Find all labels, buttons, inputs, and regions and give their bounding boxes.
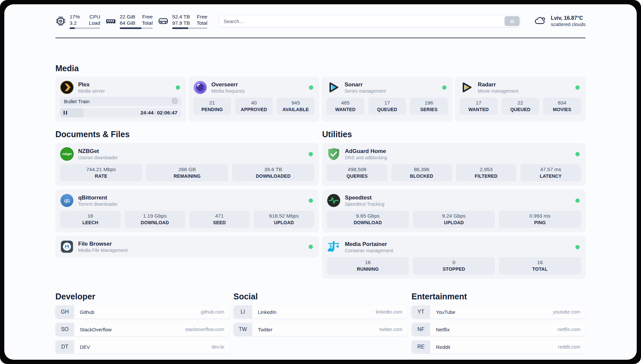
app-name: Sonarr — [345, 81, 438, 88]
section-title-developer: Developer — [55, 291, 229, 301]
search-engine-button[interactable]: G — [504, 16, 520, 26]
app-name: Media Portainer — [345, 241, 571, 248]
status-online-dot — [442, 85, 446, 90]
bookmark-url: reddit.com — [558, 344, 580, 349]
bookmark-abbr: RE — [412, 340, 430, 353]
stat-pending: 21 PENDING — [193, 98, 231, 115]
bookmark-abbr: YT — [412, 305, 430, 318]
bookmark-abbr: NF — [412, 323, 430, 336]
app-card-speedtest[interactable]: Speedtest Speedtest Tracking 9.65 Gbps D… — [322, 190, 586, 232]
stat-seed: 471 SEED — [189, 211, 250, 228]
bookmark-name: Twitter — [258, 327, 272, 332]
stat-rate: 744.21 Mbps RATE — [60, 164, 142, 181]
now-playing-row: Bullet Train — [60, 97, 181, 106]
stat-queries: 498,508 QUERIES — [327, 164, 387, 181]
stat-wanted: 485 WANTED — [326, 98, 364, 115]
memory-labels: FreeTotal — [142, 14, 153, 26]
radarr-icon — [460, 80, 473, 94]
adguard-icon — [327, 147, 341, 161]
now-playing-title: Bullet Train — [64, 99, 171, 105]
stat-leech: 16 LEECH — [60, 211, 121, 228]
bookmark-reddit[interactable]: RE Reddit reddit.com — [412, 340, 586, 353]
stat-movies: 834 MOVIES — [543, 98, 581, 115]
stat-available: 945 AVAILABLE — [277, 98, 315, 115]
app-card-filebrowser[interactable]: File Browser Media File Management — [55, 236, 319, 257]
app-description: Torrent downloader — [78, 201, 304, 207]
bookmark-linkedin[interactable]: LI LinkedIn linkedin.com — [233, 305, 408, 318]
app-name: qBittorrent — [78, 194, 304, 201]
bookmark-name: LinkedIn — [258, 309, 277, 315]
bookmark-url: youtube.com — [553, 309, 580, 315]
plex-icon — [60, 80, 74, 94]
cloud-icon — [534, 15, 546, 27]
stat-wanted: 17 WANTED — [460, 98, 498, 115]
now-playing-media-icon — [171, 98, 178, 106]
app-name: AdGuard Home — [345, 148, 571, 155]
section-title-media: Media — [55, 63, 586, 73]
search-input[interactable] — [219, 15, 521, 27]
dashboard-panel: 17%3.2 CPULoad — [4, 4, 637, 360]
stat-series: 196 SERIES — [410, 98, 448, 115]
bookmark-url: stackoverflow.com — [185, 327, 224, 332]
stat-total: 16 TOTAL — [499, 257, 581, 274]
memory-progress-bar — [120, 27, 153, 29]
app-card-portainer[interactable]: Media Portainer Container management 16 … — [322, 236, 586, 278]
stat-blocked: 86,396 BLOCKED — [391, 164, 452, 181]
bookmark-stackoverflow[interactable]: SO StackOverflow stackoverflow.com — [55, 323, 229, 336]
app-description: DNS and adblocking — [345, 155, 571, 161]
stat-upload: 618.52 Mbps UPLOAD — [254, 211, 314, 228]
stat-remaining: 266 GB REMAINING — [146, 164, 228, 181]
bookmark-group-entertainment: Entertainment YT YouTube youtube.com NF … — [412, 291, 586, 353]
cpu-values: 17%3.2 — [70, 14, 80, 26]
bookmark-name: Netflix — [436, 327, 450, 332]
app-card-qbittorrent[interactable]: qb qBittorrent Torrent downloader 16 LEE… — [55, 190, 319, 232]
app-name: File Browser — [78, 240, 304, 247]
stat-filtered: 2,953 FILTERED — [456, 164, 517, 181]
qbittorrent-icon: qb — [60, 194, 74, 207]
bookmark-dev[interactable]: DT DEV dev.to — [55, 340, 229, 353]
bookmark-url: github.com — [201, 309, 224, 315]
media-grid: Plex Media server Bullet Train 24:44/02:… — [55, 76, 586, 121]
disk-values: 52.4 TB97.9 TB — [172, 14, 190, 26]
status-online-dot — [575, 152, 580, 156]
playback-progress-bar: 24:44/02:06:47 — [60, 108, 181, 117]
status-online-dot — [309, 85, 313, 90]
stat-approved: 40 APPROVED — [235, 98, 273, 115]
documents-column: Documents & Files nzbget NZBGet Usenet d… — [55, 129, 319, 257]
weather-location-temp: Lviv, 16.87°C — [551, 15, 586, 21]
bookmark-netflix[interactable]: NF Netflix netflix.com — [412, 323, 586, 336]
bookmark-abbr: GH — [55, 305, 74, 318]
app-description: Movie management — [478, 88, 571, 94]
disk-icon — [158, 16, 168, 26]
stat-queued: 17 QUEUED — [368, 98, 406, 115]
bookmark-twitter[interactable]: TW Twitter twitter.com — [233, 323, 408, 336]
bookmark-github[interactable]: GH Github github.com — [55, 305, 229, 318]
search-bar: G — [219, 15, 521, 27]
filebrowser-icon — [60, 240, 74, 254]
nzbget-icon: nzbget — [60, 147, 74, 161]
app-card-radarr[interactable]: Radarr Movie management 17 WANTED 22 QUE… — [455, 76, 586, 121]
app-description: Container management — [345, 248, 571, 254]
portainer-icon — [327, 240, 341, 254]
app-card-adguard[interactable]: AdGuard Home DNS and adblocking 498,508 … — [322, 143, 586, 185]
app-description: Media File Management — [78, 247, 304, 253]
svg-text:qb: qb — [64, 198, 70, 203]
bookmark-name: YouTube — [436, 309, 455, 315]
disk-labels: FreeTotal — [197, 14, 207, 26]
memory-values: 22 GiB64 GiB — [120, 14, 135, 26]
bookmark-youtube[interactable]: YT YouTube youtube.com — [412, 305, 586, 318]
app-name: Overseerr — [211, 81, 305, 88]
app-card-overseerr[interactable]: Overseerr Media Requests 21 PENDING 40 A… — [189, 76, 319, 121]
app-card-sonarr[interactable]: Sonarr Series management 485 WANTED 17 Q… — [322, 76, 452, 121]
disk-progress-bar — [172, 27, 207, 29]
bookmark-group-social: Social LI LinkedIn linkedin.com TW Twitt… — [233, 291, 408, 336]
playback-time: 24:44/02:06:47 — [140, 108, 177, 117]
weather-widget: Lviv, 16.87°C scattered clouds — [534, 15, 586, 27]
status-online-dot — [309, 198, 313, 203]
bookmark-name: StackOverflow — [80, 327, 112, 332]
app-card-nzbget[interactable]: nzbget NZBGet Usenet downloader 744.21 M… — [55, 143, 319, 185]
app-description: Usenet downloader — [78, 155, 304, 161]
app-card-plex[interactable]: Plex Media server Bullet Train 24:44/02:… — [55, 76, 186, 121]
status-online-dot — [575, 245, 580, 249]
section-title-documents: Documents & Files — [55, 129, 319, 139]
